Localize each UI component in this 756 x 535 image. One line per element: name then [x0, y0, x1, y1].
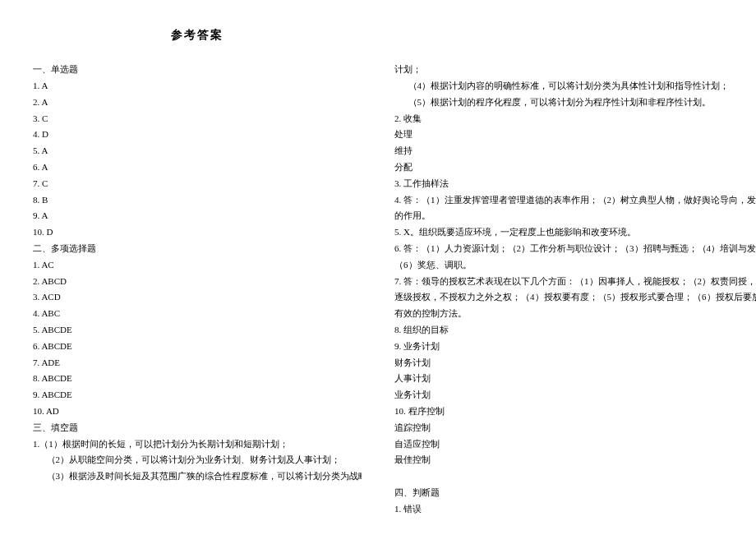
r21: 业务计划: [394, 387, 756, 404]
multi-q7: 7. ADE: [33, 355, 362, 371]
r24: 自适应控制: [394, 436, 756, 453]
r3: （5）根据计划的程序化程度，可以将计划分为程序性计划和非程序性计划。: [394, 95, 756, 111]
multi-q2: 2. ABCD: [33, 274, 362, 290]
right-column: 计划； （4）根据计划内容的明确性标准，可以将计划分类为具体性计划和指导性计划；…: [394, 62, 756, 517]
r18: 9. 业务计划: [394, 339, 756, 355]
r2: （4）根据计划内容的明确性标准，可以将计划分类为具体性计划和指导性计划；: [394, 78, 756, 95]
r9: 4. 答：（1）注重发挥管理者管理道德的表率作用；（2）树立典型人物，做好舆论导…: [394, 192, 756, 209]
single-q6: 6. A: [33, 159, 362, 176]
left-column: 一、单选题 1. A 2. A 3. C 4. D 5. A 6. A 7. C…: [33, 62, 362, 517]
r11: 5. X。组织既要适应环境，一定程度上也能影响和改变环境。: [394, 224, 756, 241]
single-q8: 8. B: [33, 192, 362, 209]
section-fill-heading: 三、填空题: [33, 420, 362, 436]
r10: 的作用。: [394, 208, 756, 224]
r5: 处理: [394, 127, 756, 143]
r7: 分配: [394, 159, 756, 176]
fill-line-2: （2）从职能空间分类，可以将计划分为业务计划、财务计划及人事计划；: [33, 452, 362, 468]
judge-q1: 1. 错误: [394, 501, 756, 518]
r22: 10. 程序控制: [394, 404, 756, 420]
page-title: 参考答案: [33, 25, 723, 45]
multi-q1: 1. AC: [33, 257, 362, 274]
multi-q4: 4. ABC: [33, 306, 362, 322]
fill-line-1: 1.（1）根据时间的长短，可以把计划分为长期计划和短期计划；: [33, 436, 362, 453]
single-q9: 9. A: [33, 208, 362, 224]
r15: 逐级授权，不授权力之外之权；（4）授权要有度；（5）授权形式要合理；（6）授权后…: [394, 289, 756, 306]
r4: 2. 收集: [394, 111, 756, 127]
single-q4: 4. D: [33, 127, 362, 143]
content-columns: 一、单选题 1. A 2. A 3. C 4. D 5. A 6. A 7. C…: [33, 62, 723, 517]
r20: 人事计划: [394, 371, 756, 387]
r25: 最佳控制: [394, 452, 756, 468]
section-single-heading: 一、单选题: [33, 62, 362, 78]
r19: 财务计划: [394, 355, 756, 371]
r14: 7. 答：领导的授权艺术表现在以下几个方面：（1）因事择人，视能授权；（2）权责…: [394, 274, 756, 290]
single-q2: 2. A: [33, 95, 362, 111]
multi-q6: 6. ABCDE: [33, 339, 362, 355]
multi-q8: 8. ABCDE: [33, 371, 362, 387]
r1: 计划；: [394, 62, 756, 78]
r13: （6）奖惩、调职。: [394, 257, 756, 274]
r16: 有效的控制方法。: [394, 306, 756, 322]
r23: 追踪控制: [394, 420, 756, 436]
r6: 维持: [394, 143, 756, 159]
r8: 3. 工作抽样法: [394, 176, 756, 192]
single-q10: 10. D: [33, 224, 362, 241]
multi-q9: 9. ABCDE: [33, 387, 362, 404]
fill-line-3: （3）根据涉及时间长短及其范围广狭的综合性程度标准，可以将计划分类为战略性计划与…: [33, 468, 362, 485]
single-q1: 1. A: [33, 78, 362, 95]
multi-q10: 10. AD: [33, 404, 362, 420]
single-q3: 3. C: [33, 111, 362, 127]
r17: 8. 组织的目标: [394, 322, 756, 339]
multi-q5: 5. ABCDE: [33, 322, 362, 339]
section-judge-heading: 四、判断题: [394, 485, 756, 501]
single-q5: 5. A: [33, 143, 362, 159]
single-q7: 7. C: [33, 176, 362, 192]
section-multi-heading: 二、多项选择题: [33, 241, 362, 257]
r26: [394, 468, 756, 485]
r12: 6. 答：（1）人力资源计划；（2）工作分析与职位设计；（3）招聘与甄选；（4）…: [394, 241, 756, 257]
multi-q3: 3. ACD: [33, 289, 362, 306]
